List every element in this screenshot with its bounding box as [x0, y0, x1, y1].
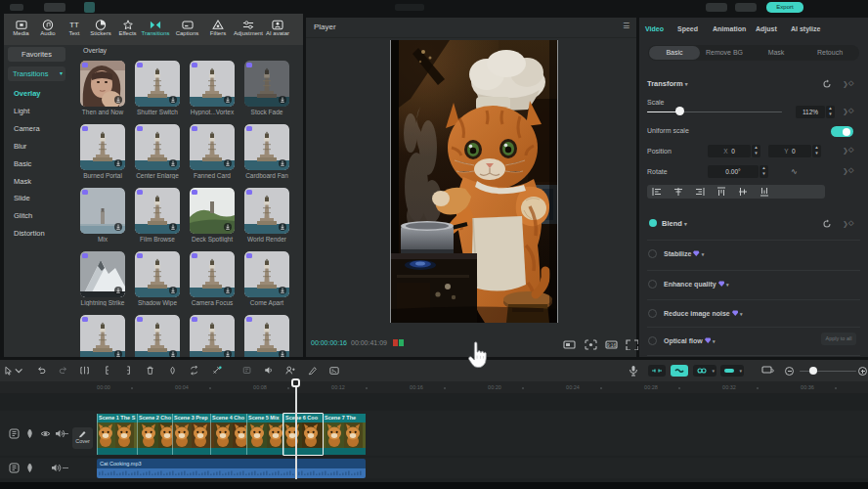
- svg-text:9:16: 9:16: [607, 342, 617, 348]
